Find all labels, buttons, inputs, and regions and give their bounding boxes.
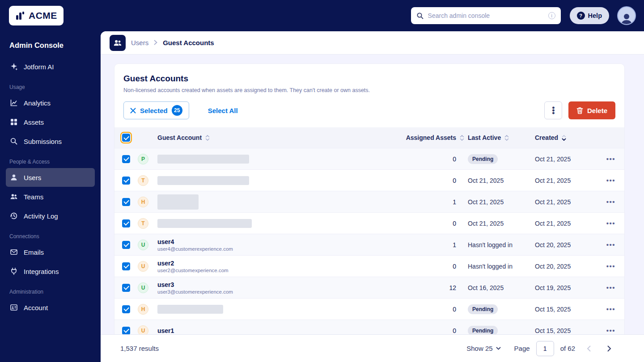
created-value: Oct 20, 2025 — [535, 263, 597, 270]
sidebar-item-emails[interactable]: Emails — [6, 243, 95, 261]
created-value: Oct 20, 2025 — [535, 241, 597, 248]
avatar: T — [138, 218, 148, 229]
page-description: Non-licensed accounts created when asset… — [123, 87, 615, 93]
redacted-name — [157, 176, 249, 185]
row-checkbox[interactable] — [122, 241, 130, 249]
show-per-page-select[interactable]: Show 25 — [466, 345, 500, 352]
user-avatar[interactable] — [617, 6, 636, 25]
selected-button[interactable]: Selected 25 — [123, 101, 189, 119]
redacted-name — [157, 155, 249, 164]
column-assigned-assets[interactable]: Assigned Assets — [401, 134, 468, 141]
sidebar-item-teams[interactable]: Teams — [6, 187, 95, 206]
avatar: H — [138, 197, 148, 207]
row-menu-button[interactable]: ••• — [606, 219, 615, 227]
row-menu-button[interactable]: ••• — [606, 177, 615, 184]
chevron-down-icon — [496, 347, 501, 350]
row-checkbox[interactable] — [122, 305, 130, 313]
users-icon — [9, 173, 18, 182]
emails-icon — [9, 248, 18, 257]
users-breadcrumb-icon — [110, 35, 126, 51]
created-value: Oct 15, 2025 — [535, 306, 597, 313]
sidebar-item-submissions[interactable]: Submissions — [6, 132, 95, 151]
last-active-value: Oct 16, 2025 — [468, 284, 504, 291]
avatar: H — [138, 304, 148, 315]
row-menu-button[interactable]: ••• — [606, 284, 615, 291]
redacted-name — [157, 305, 223, 314]
created-value: Oct 21, 2025 — [535, 177, 597, 184]
trash-icon — [576, 107, 583, 114]
breadcrumb-users-link[interactable]: Users — [131, 39, 148, 46]
admin-search: i — [411, 7, 561, 24]
next-page-button[interactable] — [602, 341, 616, 356]
sidebar-title: Admin Console — [0, 39, 101, 57]
row-checkbox[interactable] — [122, 219, 130, 227]
guest-name: user1 — [157, 327, 174, 334]
column-created[interactable]: Created — [535, 134, 597, 141]
redacted-name — [157, 194, 199, 210]
more-actions-button[interactable]: ••• — [544, 101, 562, 119]
sidebar-item-jotform-ai[interactable]: Jotform AI — [6, 57, 95, 76]
row-checkbox[interactable] — [122, 155, 130, 163]
guest-email: user2@customexperience.com — [157, 268, 229, 273]
sidebar-item-activity-log[interactable]: Activity Log — [6, 206, 95, 225]
search-input[interactable] — [428, 12, 544, 19]
avatar: U — [138, 261, 148, 272]
sort-icon — [460, 135, 464, 141]
row-menu-button[interactable]: ••• — [606, 241, 615, 248]
select-all-link[interactable]: Select All — [208, 107, 238, 114]
table-row: U user2 user2@customexperience.com 0 Has… — [114, 255, 624, 277]
last-active-value: Oct 21, 2025 — [468, 177, 504, 184]
created-value: Oct 21, 2025 — [535, 220, 597, 227]
chevron-right-icon — [607, 345, 611, 352]
row-checkbox[interactable] — [122, 327, 130, 335]
row-menu-button[interactable]: ••• — [606, 327, 615, 334]
sidebar-section-usage: Usage — [0, 76, 101, 93]
sidebar-item-users[interactable]: Users — [6, 168, 95, 187]
row-menu-button[interactable]: ••• — [606, 262, 615, 270]
question-icon: ? — [577, 12, 585, 20]
results-count: 1,537 results — [120, 345, 159, 352]
sidebar: Admin Console Jotform AI Usage Analytics… — [0, 31, 101, 362]
last-active-value: Hasn't logged in — [468, 241, 513, 248]
integrations-icon — [9, 267, 18, 276]
previous-page-button[interactable] — [581, 341, 596, 356]
row-checkbox[interactable] — [122, 198, 130, 206]
sidebar-item-integrations[interactable]: Integrations — [6, 262, 95, 281]
sidebar-item-analytics[interactable]: Analytics — [6, 93, 95, 112]
table-row: U user4 user4@customerexperience.com 1 H… — [114, 234, 624, 255]
select-all-checkbox[interactable] — [122, 134, 130, 142]
table-header: Guest Account Assigned Assets Last Activ… — [114, 127, 624, 148]
row-checkbox[interactable] — [122, 284, 130, 292]
pending-badge: Pending — [468, 154, 498, 164]
table-row: U user1 0 Pending Oct 15, 2025 ••• — [114, 320, 624, 334]
help-button[interactable]: ? Help — [570, 7, 609, 24]
row-menu-button[interactable]: ••• — [606, 198, 615, 206]
table-row: H 1 Oct 21, 2025 Oct 21, 2025 ••• — [114, 191, 624, 212]
created-value: Oct 15, 2025 — [535, 327, 597, 334]
created-value: Oct 21, 2025 — [535, 156, 597, 163]
assigned-assets-value: 12 — [401, 284, 468, 291]
acme-logo[interactable]: ACME — [9, 6, 64, 25]
page-number-input[interactable] — [536, 341, 554, 356]
row-menu-button[interactable]: ••• — [606, 155, 615, 163]
main-area: Users Guest Accounts Guest Accounts Non-… — [101, 31, 644, 362]
table-row: T 0 Oct 21, 2025 Oct 21, 2025 ••• — [114, 169, 624, 191]
close-icon — [130, 108, 136, 114]
avatar: U — [138, 325, 148, 335]
acme-logo-icon — [15, 11, 25, 21]
last-active-value: Oct 21, 2025 — [468, 198, 504, 206]
delete-button[interactable]: Delete — [568, 101, 615, 119]
assigned-assets-value: 0 — [401, 263, 468, 270]
sidebar-item-assets[interactable]: Assets — [6, 113, 95, 131]
column-last-active[interactable]: Last Active — [468, 134, 535, 141]
avatar: U — [138, 240, 148, 250]
sidebar-item-account[interactable]: Account — [6, 298, 95, 317]
assigned-assets-value: 0 — [401, 156, 468, 163]
search-info-icon[interactable]: i — [548, 12, 555, 19]
row-checkbox[interactable] — [122, 177, 130, 185]
table-body: P 0 Pending Oct 21, 2025 ••• T 0 Oct 21,… — [114, 148, 624, 334]
assigned-assets-value: 0 — [401, 327, 468, 334]
row-checkbox[interactable] — [122, 262, 130, 270]
row-menu-button[interactable]: ••• — [606, 305, 615, 313]
column-guest-account[interactable]: Guest Account — [157, 134, 401, 141]
